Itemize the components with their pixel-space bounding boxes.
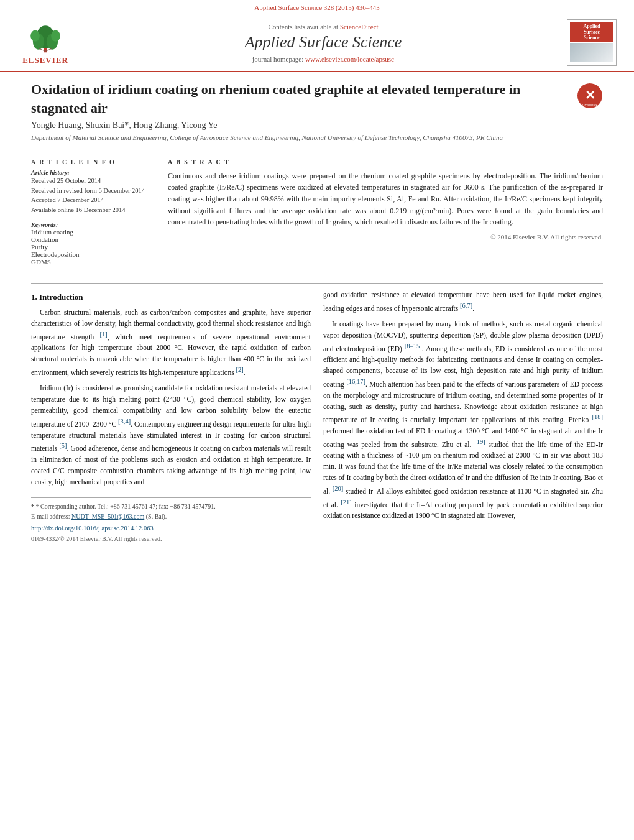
contents-line: Contents lists available at ScienceDirec… [80,23,567,30]
homepage-line: journal homepage: www.elsevier.com/locat… [80,55,567,63]
body-col-left: 1. Introduction Carbon structural materi… [31,290,311,543]
keywords-list: Iridium coating Oxidation Purity Electro… [31,228,146,265]
keyword-2: Oxidation [31,236,146,243]
affiliation: Department of Material Science and Engin… [31,133,603,142]
svg-text:CrossMark: CrossMark [582,103,598,107]
footnote-section: * * Corresponding author. Tel.: +86 731 … [31,497,311,543]
available-online: Available online 16 December 2014 [31,205,146,215]
keywords-section: Keywords: Iridium coating Oxidation Puri… [31,221,146,265]
abstract-heading: A B S T R A C T [168,159,603,165]
journal-header: ELSEVIER Contents lists available at Sci… [0,14,634,72]
journal-logo-box: AppliedSurfaceScience [567,19,617,66]
journal-logo-right: AppliedSurfaceScience [567,19,623,66]
svg-point-5 [51,30,60,42]
email-link[interactable]: NUDT_MSE_501@163.com [71,513,144,520]
history-section: Article history: Received 25 October 201… [31,169,146,215]
journal-title: Applied Surface Science [80,33,567,52]
issn-line: 0169-4332/© 2014 Elsevier B.V. All right… [31,534,311,544]
elsevier-logo: ELSEVIER [11,20,80,65]
keyword-4: Electrodeposition [31,251,146,258]
copyright: © 2014 Elsevier B.V. All rights reserved… [168,233,603,241]
footnote-star: * * Corresponding author. Tel.: +86 731 … [31,502,311,512]
article-info-abstract: A R T I C L E I N F O Article history: R… [31,152,603,272]
col2-paragraph-1: good oxidation resistance at elevated te… [323,290,603,314]
article-info-heading: A R T I C L E I N F O [31,159,146,165]
section1-heading: 1. Introduction [31,291,311,303]
col2-paragraph-2: Ir coatings have been prepared by many k… [323,319,603,522]
top-bar: Applied Surface Science 328 (2015) 436–4… [0,0,634,14]
elsevier-tree-icon [21,20,70,54]
sciencedirect-link[interactable]: ScienceDirect [340,23,379,30]
footnote-email: E-mail address: NUDT_MSE_501@163.com (S.… [31,512,311,522]
keyword-1: Iridium coating [31,228,146,236]
main-content: Oxidation of iridium coating on rhenium … [0,72,634,556]
article-title: Oxidation of iridium coating on rhenium … [31,80,571,117]
doi-line: http://dx.doi.org/10.1016/j.apsusc.2014.… [31,524,311,533]
article-title-section: Oxidation of iridium coating on rhenium … [31,80,603,117]
authors: Yongle Huang, Shuxin Bai*, Hong Zhang, Y… [31,121,603,131]
keyword-3: Purity [31,243,146,251]
accepted: Accepted 7 December 2014 [31,195,146,205]
col1-paragraph-2: Iridium (Ir) is considered as promising … [31,383,311,487]
svg-text:✕: ✕ [585,88,595,102]
keyword-5: GDMS [31,258,146,265]
abstract-text: Continuous and dense iridium coatings we… [168,170,603,228]
svg-point-4 [30,30,40,42]
crossmark-icon: ✕ CrossMark [577,83,603,109]
doi-link[interactable]: http://dx.doi.org/10.1016/j.apsusc.2014.… [31,525,154,532]
homepage-link[interactable]: www.elsevier.com/locate/apsusc [305,55,394,63]
abstract-section: A B S T R A C T Continuous and dense iri… [168,159,603,272]
section-divider [31,283,603,284]
journal-citation: Applied Surface Science 328 (2015) 436–4… [254,4,379,11]
article-info: A R T I C L E I N F O Article history: R… [31,159,155,272]
col1-paragraph-1: Carbon structural materials, such as car… [31,307,311,379]
body-columns: 1. Introduction Carbon structural materi… [31,290,603,543]
keywords-label: Keywords: [31,221,146,228]
received-revised: Received in revised form 6 December 2014 [31,186,146,196]
received-1: Received 25 October 2014 [31,176,146,186]
elsevier-text: ELSEVIER [22,55,68,65]
journal-center: Contents lists available at ScienceDirec… [80,23,567,63]
history-label: Article history: [31,169,146,176]
body-col-right: good oxidation resistance at elevated te… [323,290,603,543]
